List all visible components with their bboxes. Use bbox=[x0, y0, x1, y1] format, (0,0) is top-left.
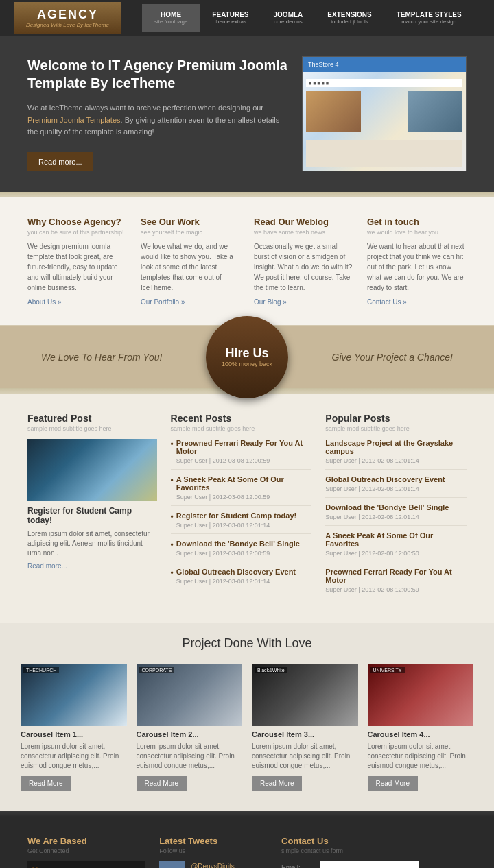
project-section: Project Done With Love THECHURCH Carouse… bbox=[0, 623, 494, 811]
bullet-1: • bbox=[171, 476, 174, 485]
hero-title: Welcome to IT Agency Premium Joomla Temp… bbox=[27, 56, 288, 92]
nav-sub-template-styles: match your site design bbox=[397, 19, 462, 25]
popular-post-link-0[interactable]: Landscape Project at the Grayslake campu… bbox=[325, 439, 467, 455]
carousel-label-1: CORPORATE bbox=[139, 667, 175, 673]
nav-sub-features: theme extras bbox=[212, 19, 248, 25]
hero-image-content: ■ ■ ■ ■ ■ bbox=[303, 72, 466, 171]
recent-post-link-2[interactable]: Register for Student Camp today! bbox=[176, 511, 296, 520]
footer-col-1: We Are Based Get Connected " IceTheme is… bbox=[27, 836, 145, 868]
nav-item-home[interactable]: HOME site frontpage bbox=[142, 4, 200, 32]
recent-post-meta-4: Super User | 2012-03-08 12:01:14 bbox=[176, 578, 270, 585]
carousel-heading-1[interactable]: Carousel Item 2... bbox=[137, 730, 243, 738]
recent-posts-title: Recent Posts bbox=[171, 413, 312, 424]
popular-post-1: Global Outreach Discovery Event Super Us… bbox=[325, 475, 467, 498]
recent-post-3: • Download the 'Bondye Bell' Single Supe… bbox=[171, 540, 312, 562]
carousel-heading-3[interactable]: Carousel Item 4... bbox=[368, 730, 474, 738]
carousel-heading-0[interactable]: Carousel Item 1... bbox=[21, 730, 127, 738]
recent-post-meta-0: Super User | 2012-03-08 12:00:59 bbox=[176, 457, 270, 464]
feature-link-2[interactable]: Our Blog » bbox=[254, 298, 353, 306]
popular-post-2: Download the 'Bondye Bell' Single Super … bbox=[325, 503, 467, 526]
carousel-item-1: CORPORATE Carousel Item 2... Lorem ipsum… bbox=[137, 664, 243, 791]
hero-link[interactable]: Premium Joomla Templates bbox=[27, 116, 121, 124]
header: AGENCY Designed With Love By IceTheme HO… bbox=[0, 0, 494, 36]
carousel-grid: THECHURCH Carousel Item 1... Lorem ipsum… bbox=[21, 664, 473, 791]
popular-post-meta-4: Super User | 2012-02-08 12:00:59 bbox=[325, 586, 419, 593]
carousel-thumb-1: CORPORATE bbox=[137, 664, 243, 726]
feature-col-3: Get in touch we would love to hear you W… bbox=[367, 217, 467, 306]
popular-post-link-1[interactable]: Global Outreach Discovery Event bbox=[325, 475, 467, 483]
nav-item-extensions[interactable]: EXTENSIONS included jl tools bbox=[315, 4, 384, 32]
carousel-readmore-1[interactable]: Read More bbox=[137, 776, 187, 791]
posts-section: Featured Post sample mod subtitle goes h… bbox=[0, 394, 494, 623]
feature-link-3[interactable]: Contact Us » bbox=[367, 298, 467, 306]
carousel-body-0: Lorem ipsum dolor sit amet, consectetur … bbox=[21, 742, 127, 771]
joomfox-logo: Joom Fox bbox=[432, 836, 467, 868]
bullet-4: • bbox=[171, 568, 174, 578]
recent-post-meta-1: Super User | 2012-03-08 12:00:59 bbox=[176, 494, 270, 501]
carousel-readmore-0[interactable]: Read More bbox=[21, 776, 71, 791]
popular-post-link-4[interactable]: Preowned Ferrari Ready For You At Motor bbox=[325, 568, 467, 584]
carousel-label-0: THECHURCH bbox=[23, 667, 59, 673]
feature-title-3: Get in touch bbox=[367, 217, 467, 227]
carousel-heading-2[interactable]: Carousel Item 3... bbox=[252, 730, 358, 738]
hire-button[interactable]: Hire Us 100% money back bbox=[206, 316, 288, 398]
divider-1 bbox=[0, 192, 494, 197]
featured-image bbox=[27, 439, 157, 501]
nav-item-template-styles[interactable]: TEMPLATE STYLES match your site design bbox=[384, 4, 474, 32]
popular-post-3: A Sneek Peak At Some Of Our Favorites Su… bbox=[325, 531, 467, 562]
hire-right-text: Give Your Project a Chance! bbox=[332, 352, 453, 363]
popular-posts-sub: sample mod subtitle goes here bbox=[325, 425, 467, 432]
popular-post-meta-3: Super User | 2012-02-08 12:00:50 bbox=[325, 550, 419, 557]
feature-body-1: We love what we do, and we would like to… bbox=[141, 241, 240, 293]
popular-post-0: Landscape Project at the Grayslake campu… bbox=[325, 439, 467, 470]
feature-title-1: See Our Work bbox=[141, 217, 240, 227]
bullet-0: • bbox=[171, 439, 174, 449]
nav-sub-extensions: included jl tools bbox=[327, 19, 371, 25]
recent-post-link-1[interactable]: A Sneek Peak At Some Of Our Favorites bbox=[176, 475, 312, 492]
contact-email-row: Email: bbox=[281, 861, 419, 868]
feature-title-2: Read Our Weblog bbox=[254, 217, 353, 227]
logo[interactable]: AGENCY Designed With Love By IceTheme bbox=[14, 2, 121, 34]
hero-section: Welcome to IT Agency Premium Joomla Temp… bbox=[0, 36, 494, 192]
recent-post-link-4[interactable]: Global Outreach Discovery Event bbox=[176, 568, 296, 576]
carousel-readmore-2[interactable]: Read More bbox=[252, 776, 302, 791]
feature-col-0: Why Choose Agency? you can be sure of th… bbox=[27, 217, 127, 306]
featured-post-sub: sample mod subtitle goes here bbox=[27, 425, 157, 432]
popular-posts-title: Popular Posts bbox=[325, 413, 467, 424]
tweet-avatar-1: iceTheme icetheme bbox=[159, 861, 185, 868]
readmore-button[interactable]: Read more... bbox=[27, 152, 93, 171]
nav-label-joomla: JOOMLA bbox=[274, 11, 303, 19]
tweet-item-1: iceTheme icetheme @DenysDigits @DenysDig… bbox=[159, 861, 268, 868]
popular-post-link-3[interactable]: A Sneek Peak At Some Of Our Favorites bbox=[325, 531, 467, 548]
feature-col-2: Read Our Weblog we have some fresh news … bbox=[254, 217, 353, 306]
carousel-body-1: Lorem ipsum dolor sit amet, consectetur … bbox=[137, 742, 243, 771]
nav-item-features[interactable]: FEATURES theme extras bbox=[200, 4, 261, 32]
recent-posts-col: Recent Posts sample mod subtitle goes he… bbox=[171, 413, 312, 603]
carousel-thumb-3: UNIVERSITY bbox=[368, 664, 474, 726]
hero-image-bar: TheStore 4 bbox=[303, 57, 466, 72]
logo-title: AGENCY bbox=[26, 8, 109, 22]
footer-col-2: Latest Tweets Follow us iceTheme icethem… bbox=[159, 836, 268, 868]
feature-link-1[interactable]: Our Portfolio » bbox=[141, 298, 240, 306]
carousel-label-2: Black&White bbox=[255, 667, 287, 673]
popular-post-meta-2: Super User | 2012-02-08 12:01:14 bbox=[325, 514, 419, 520]
feature-link-0[interactable]: About Us » bbox=[27, 298, 127, 306]
email-field[interactable] bbox=[320, 861, 419, 868]
recent-posts-sub: sample mod subtitle goes here bbox=[171, 425, 312, 432]
recent-post-link-3[interactable]: Download the 'Bondye Bell' Single bbox=[176, 540, 300, 548]
quote-box: " IceTheme is a Joomla Templates Club th… bbox=[27, 861, 145, 868]
recent-post-link-0[interactable]: Preowned Ferrari Ready For You At Motor bbox=[176, 439, 312, 455]
footer-col1-title: We Are Based bbox=[27, 836, 145, 846]
features-section: Why Choose Agency? you can be sure of th… bbox=[0, 197, 494, 326]
feature-col-1: See Our Work see yourself the magic We l… bbox=[141, 217, 240, 306]
carousel-label-3: UNIVERSITY bbox=[370, 667, 405, 673]
carousel-readmore-3[interactable]: Read More bbox=[368, 776, 418, 791]
popular-post-link-2[interactable]: Download the 'Bondye Bell' Single bbox=[325, 503, 467, 511]
featured-readmore-link[interactable]: Read more... bbox=[27, 562, 157, 570]
nav-item-joomla[interactable]: JOOMLA core demos bbox=[261, 4, 316, 32]
nav-label-home: HOME bbox=[154, 11, 187, 19]
recent-post-4: • Global Outreach Discovery Event Super … bbox=[171, 568, 312, 590]
open-quote-icon: " bbox=[32, 863, 38, 868]
feature-body-0: We design premium joomla template that l… bbox=[27, 241, 127, 293]
featured-post-heading[interactable]: Register for Student Camp today! bbox=[27, 506, 157, 525]
